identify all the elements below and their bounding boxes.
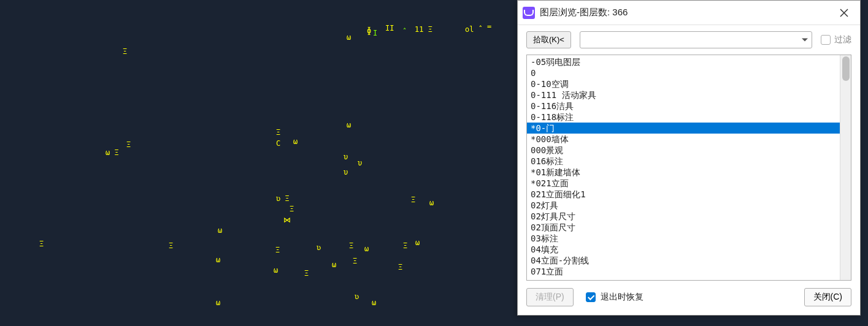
cad-symbol: Ξ <box>39 240 44 248</box>
cad-symbol: I <box>373 29 377 37</box>
cad-symbol: ω <box>216 256 220 263</box>
cad-symbol: Ξ <box>349 242 353 249</box>
layer-item[interactable]: 0-116洁具 <box>527 100 840 112</box>
layer-item[interactable]: 0-10空调 <box>527 78 840 89</box>
cad-symbol: υ <box>344 153 348 161</box>
cad-symbol: ω <box>274 267 278 274</box>
cad-symbol: ω <box>415 239 420 246</box>
filter-checkbox-group[interactable]: 过滤 <box>821 34 851 45</box>
dialog-title: 图层浏览-图层数: 366 <box>540 7 834 18</box>
cad-symbol: Ξ <box>126 141 131 148</box>
restore-label: 退出时恢复 <box>601 292 643 303</box>
chevron-down-icon <box>802 39 808 42</box>
cad-symbol: Ξ <box>398 263 402 271</box>
cad-symbol: ω <box>216 299 220 306</box>
layer-item[interactable]: *0-门 <box>527 123 840 134</box>
cad-symbol: υ <box>358 159 362 167</box>
cad-symbol: ω <box>347 121 351 129</box>
cad-symbol: Ξ <box>276 129 280 136</box>
restore-checkbox[interactable] <box>586 292 596 302</box>
scrollbar-thumb[interactable] <box>842 56 850 81</box>
cad-symbol: ⋈ <box>283 216 291 224</box>
cad-symbol: ʋ Ξ <box>276 195 290 202</box>
layer-item[interactable]: *000墙体 <box>527 134 840 145</box>
cad-symbol: Ξ <box>275 246 280 254</box>
cad-symbol: ω <box>372 299 376 306</box>
layer-item[interactable]: 071立面 <box>527 266 840 277</box>
layer-list-container: -05弱电图层00-10空调0-111 活动家具0-116洁具0-118标注*0… <box>526 55 851 281</box>
clear-button[interactable]: 清理(P) <box>526 288 574 306</box>
pick-button[interactable]: 拾取(K)< <box>526 31 571 48</box>
layer-item[interactable]: 02顶面尺寸 <box>527 222 840 233</box>
layer-item[interactable]: 04填充 <box>527 244 840 255</box>
cad-symbol: Ξ <box>403 242 407 249</box>
layer-item[interactable]: *01新建墙体 <box>527 167 840 178</box>
layer-item[interactable]: 021立面细化1 <box>527 189 840 200</box>
scrollbar-track[interactable] <box>840 55 851 280</box>
toolbar: 拾取(K)< 过滤 <box>518 25 860 55</box>
cad-canvas[interactable]: ΞωɸIˆII11 Ξol ˆ=Ξω ΞΞCωωυυυʋ ΞΞ⋈ΞωωΞΞωΞʋ… <box>0 0 517 326</box>
cad-symbol: Ξ <box>304 270 309 277</box>
cad-symbol: = <box>487 23 491 30</box>
cad-symbol: ω <box>347 34 351 41</box>
layer-item[interactable]: 0 <box>527 67 840 78</box>
cad-symbol: ω <box>364 245 369 252</box>
cad-symbol: υ <box>344 169 348 176</box>
layer-item[interactable]: 016标注 <box>527 156 840 167</box>
cad-symbol: C <box>276 140 280 147</box>
layer-item[interactable]: 03标注 <box>527 233 840 244</box>
cad-symbol: Ξ <box>123 48 127 55</box>
filter-label: 过滤 <box>834 34 851 45</box>
layer-item[interactable]: 04立面-分割线 <box>527 255 840 266</box>
cad-symbol: ʋ <box>355 293 359 300</box>
footer: 清理(P) 退出时恢复 关闭(C) <box>518 281 860 315</box>
filter-checkbox[interactable] <box>821 35 831 45</box>
cad-symbol: ω Ξ <box>106 149 119 156</box>
cad-symbol: ˆ <box>402 28 407 36</box>
cad-symbol: ω <box>218 227 222 234</box>
cad-symbol: II <box>385 25 394 32</box>
title-bar: 图层浏览-图层数: 366 <box>518 1 860 25</box>
layer-item[interactable]: 02灯具尺寸 <box>527 211 840 222</box>
cad-symbol: ol ˆ <box>465 26 483 33</box>
cad-symbol: ʋ <box>317 244 321 251</box>
app-icon <box>523 7 535 19</box>
cad-symbol: ω <box>429 199 434 207</box>
layer-list[interactable]: -05弱电图层00-10空调0-111 活动家具0-116洁具0-118标注*0… <box>527 55 840 280</box>
layer-item[interactable]: 0-111 活动家具 <box>527 89 840 100</box>
cad-symbol: Ξ <box>169 242 173 249</box>
cad-symbol: ω <box>293 138 298 145</box>
layer-item[interactable]: 02灯具 <box>527 200 840 211</box>
cad-symbol: Ξ <box>353 257 357 265</box>
cad-symbol: 11 Ξ <box>415 26 432 33</box>
layer-item[interactable]: *021立面 <box>527 178 840 189</box>
layer-item[interactable]: 000景观 <box>527 145 840 156</box>
close-icon[interactable] <box>834 3 854 23</box>
layer-browse-dialog: 图层浏览-图层数: 366 拾取(K)< 过滤 -05弱电图层00-10空调0-… <box>517 0 861 316</box>
cad-symbol: Ξ <box>290 205 294 213</box>
layer-item[interactable]: -05弱电图层 <box>527 56 840 67</box>
cad-symbol: Ξ <box>411 196 415 203</box>
cad-symbol: ɸ <box>367 27 371 34</box>
restore-checkbox-group[interactable]: 退出时恢复 <box>586 292 792 303</box>
close-button[interactable]: 关闭(C) <box>804 288 851 306</box>
layer-item[interactable]: 0-118标注 <box>527 112 840 123</box>
cad-symbol: ω <box>332 261 336 268</box>
layer-combo[interactable] <box>580 31 812 48</box>
